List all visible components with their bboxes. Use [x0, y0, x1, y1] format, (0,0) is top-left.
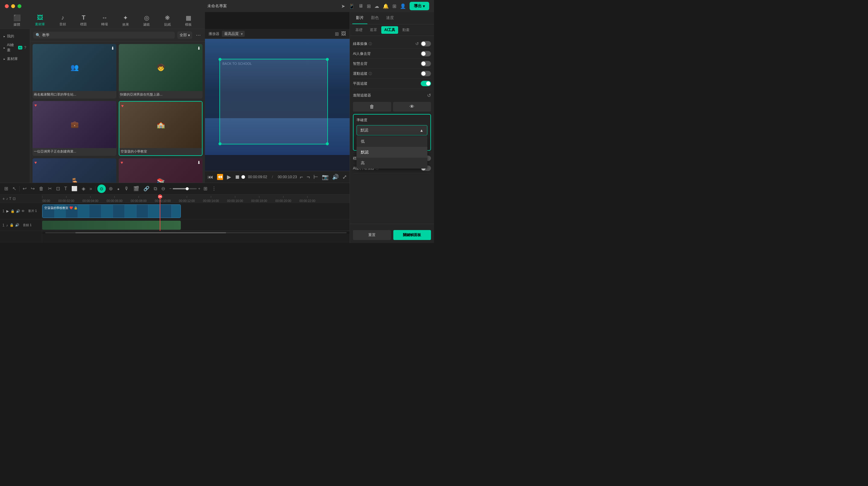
draw-tool-icon[interactable]: ⬜	[70, 185, 79, 192]
settings-icon[interactable]: ⋮	[210, 185, 218, 192]
keyframe-panel-button[interactable]: 關鍵幀面板	[393, 230, 431, 240]
info-icon[interactable]: ⓘ	[369, 71, 372, 76]
video-lock-icon[interactable]: 🔒	[10, 209, 15, 213]
notification-icon[interactable]: 🔔	[383, 3, 389, 9]
redo-button[interactable]: ↪	[30, 185, 36, 192]
play-button[interactable]: ▶	[226, 173, 232, 181]
download-icon[interactable]: ⬇	[197, 46, 201, 51]
tab-video[interactable]: 影片	[352, 12, 367, 24]
subtab-mask[interactable]: 遮罩	[367, 26, 380, 34]
reset-button[interactable]: 重置	[353, 230, 391, 240]
download-icon[interactable]: ⬇	[111, 46, 115, 51]
trim-button[interactable]: ⊢	[313, 173, 319, 181]
corner-handle-tr[interactable]	[326, 58, 329, 61]
green-screen-toggle[interactable]	[421, 41, 431, 47]
scene-detect-icon[interactable]: 🎬	[132, 185, 141, 192]
precision-option-high[interactable]: 高	[356, 158, 427, 169]
media-item[interactable]: 👥 ⬇ 兩名戴著醫用口罩的學生站...	[33, 44, 116, 99]
voice-record-icon[interactable]: 🎙	[123, 185, 130, 192]
crop-tool-icon[interactable]: ⊡	[55, 185, 61, 192]
toolbar-sticker[interactable]: ❋ 貼紙	[162, 13, 173, 28]
export-button[interactable]: 導出 ▾	[410, 2, 429, 10]
layout-tool-icon[interactable]: ⊞	[202, 185, 209, 192]
link-icon[interactable]: 🔗	[142, 185, 151, 192]
device-icon[interactable]: 📱	[349, 3, 355, 9]
advanced-tracker-reset-icon[interactable]: ↺	[427, 93, 431, 98]
motion-tracking-toggle[interactable]	[421, 71, 431, 76]
filter-button[interactable]: 全部 ▾	[177, 31, 192, 39]
sidenav-library[interactable]: 素材庫	[0, 55, 30, 63]
search-input[interactable]	[42, 33, 173, 37]
skip-back-button[interactable]: ⏮	[207, 173, 214, 181]
audio-volume-icon[interactable]: 🔊	[15, 223, 19, 227]
step-back-button[interactable]: ⏪	[216, 173, 224, 181]
stop-button[interactable]: ⏹	[234, 173, 241, 181]
heart-icon[interactable]: ♥	[34, 103, 37, 108]
media-item-selected[interactable]: 🏫 ♥ 空蕩蕩的小學教室	[119, 101, 203, 156]
mark-out-button[interactable]: ¬	[306, 173, 311, 181]
layout-icon[interactable]: ⊞	[367, 3, 371, 9]
video-volume-icon[interactable]: 🔊	[16, 209, 20, 213]
precision-option-low[interactable]: 低	[356, 136, 427, 147]
corner-handle-tl[interactable]	[218, 58, 221, 61]
heart-icon[interactable]: ♥	[34, 160, 37, 165]
quality-dropdown[interactable]: 最高品質 高品質 中等品質 ▾	[222, 31, 245, 37]
tab-speed[interactable]: 速度	[382, 12, 398, 24]
toolbar-filter[interactable]: ◎ 濾鏡	[141, 13, 152, 28]
delete-button[interactable]: 🗑	[38, 185, 45, 192]
heart-icon[interactable]: ♥	[121, 160, 123, 165]
plane-tracking-toggle[interactable]	[421, 81, 431, 86]
quality-select[interactable]: 最高品質 高品質 中等品質	[222, 31, 245, 37]
fullscreen-button[interactable]: ⤢	[342, 173, 347, 181]
screenshot-button[interactable]: 📷	[321, 173, 329, 181]
scrollbar-thumb[interactable]	[75, 232, 226, 233]
zoom-in-icon[interactable]: +	[198, 186, 200, 191]
window-icon[interactable]: 🖥	[358, 3, 363, 9]
undo-button[interactable]: ↩	[22, 185, 28, 192]
media-item[interactable]: 💼 ♥ 一位亞洲男子正在創建商業...	[33, 101, 116, 156]
add-text-track-button[interactable]: T	[9, 196, 11, 201]
precision-option-default[interactable]: 默認	[356, 147, 427, 158]
ai-portrait-toggle[interactable]	[421, 51, 431, 56]
playhead-head[interactable]: ✂	[158, 194, 162, 199]
send-icon[interactable]: ➤	[341, 3, 345, 9]
video-eye-icon[interactable]: 👁	[22, 209, 25, 213]
sidenav-mine[interactable]: 我的	[0, 32, 30, 41]
toolbar-effect[interactable]: ✦ 效果	[120, 13, 131, 28]
add-overlay-button[interactable]: ⊡	[13, 196, 16, 201]
tracker-delete-button[interactable]: 🗑	[353, 102, 391, 112]
reset-icon[interactable]: ↺	[415, 41, 419, 46]
sidenav-ai-art[interactable]: AI繪畫 AI ?	[0, 41, 30, 55]
photo-view-icon[interactable]: 🖼	[341, 31, 346, 36]
toolbar-template[interactable]: ▦ 模板	[183, 13, 194, 28]
grid-icon[interactable]: ⊞	[393, 3, 396, 9]
precision-select-button[interactable]: 默認 ▲	[356, 125, 427, 135]
progress-thumb[interactable]	[241, 175, 245, 179]
split-icon[interactable]: ⊖	[160, 185, 166, 192]
zoom-slider[interactable]	[173, 188, 197, 189]
subtab-ai-tools[interactable]: AI工具	[381, 26, 398, 34]
select-tool-icon[interactable]: ↖	[11, 185, 18, 192]
volume-button[interactable]: 🔊	[332, 173, 339, 181]
toolbar-title[interactable]: T 標題	[78, 13, 89, 28]
zoom-thumb[interactable]	[186, 187, 189, 190]
heart-icon[interactable]: ♥	[121, 103, 124, 108]
tracker-preview-button[interactable]: 👁	[393, 102, 431, 112]
cut-button[interactable]: ✂	[47, 185, 53, 192]
toolbar-transition[interactable]: ↔ 轉場	[99, 13, 110, 28]
user-avatar[interactable]: 👤	[400, 3, 406, 9]
add-audio-track-button[interactable]: ♪	[6, 196, 8, 201]
overlay-icon[interactable]: ⧉	[153, 185, 158, 192]
scrollbar-track[interactable]	[45, 232, 347, 233]
grid-tool-icon[interactable]: ⊞	[3, 185, 9, 192]
more-options-button[interactable]: ⋯	[195, 32, 202, 39]
snap-button[interactable]: ⊙	[97, 184, 106, 193]
toolbar-media[interactable]: ⬛ 媒體	[11, 13, 23, 28]
cloud-icon[interactable]: ☁	[374, 3, 379, 9]
toolbar-library[interactable]: 🖼 素材庫	[33, 13, 47, 28]
minimize-window-button[interactable]	[11, 4, 15, 8]
download-icon[interactable]: ⬇	[197, 160, 201, 165]
maximize-window-button[interactable]	[18, 4, 22, 8]
subtab-animation[interactable]: 動畫	[399, 26, 412, 34]
more-tools-icon[interactable]: »	[88, 185, 93, 192]
